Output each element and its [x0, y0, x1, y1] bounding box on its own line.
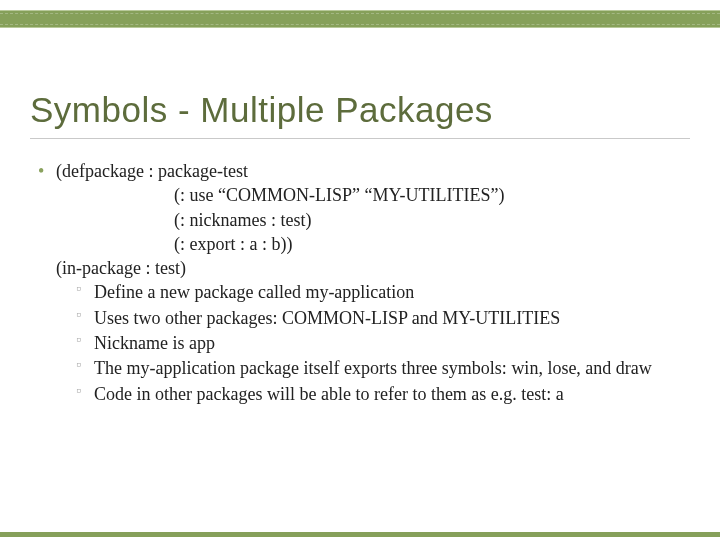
sub-bullet-2: Uses two other packages: COMMON-LISP and…: [94, 306, 690, 330]
body-text: (defpackage : package-test (: use “COMMO…: [30, 159, 690, 406]
title-rule: [30, 138, 690, 139]
code-line-4: (: export : a : b)): [56, 232, 690, 256]
code-line-2: (: use “COMMON-LISP” “MY-UTILITIES”): [56, 183, 690, 207]
sub-bullet-4: The my-application package itself export…: [94, 356, 690, 380]
sub-bullet-1: Define a new package called my-applicati…: [94, 280, 690, 304]
code-line-1: (defpackage : package-test: [56, 159, 690, 183]
sub-bullet-3: Nickname is app: [94, 331, 690, 355]
accent-top-bar: [0, 10, 720, 28]
bullet-main: (defpackage : package-test (: use “COMMO…: [56, 159, 690, 406]
code-line-5: (in-package : test): [56, 256, 690, 280]
sub-bullet-5: Code in other packages will be able to r…: [94, 382, 690, 406]
accent-bottom-bar: [0, 532, 720, 537]
slide-title: Symbols - Multiple Packages: [30, 90, 690, 130]
slide-content: Symbols - Multiple Packages (defpackage …: [30, 90, 690, 410]
code-line-3: (: nicknames : test): [56, 208, 690, 232]
